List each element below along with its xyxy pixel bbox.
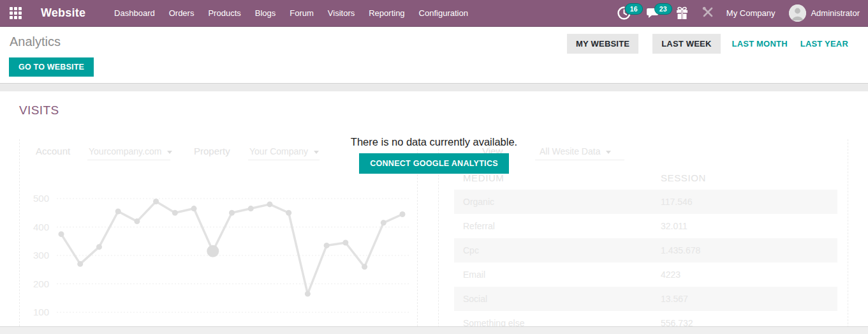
- data-point: [191, 206, 197, 211]
- message-count-badge[interactable]: 23: [654, 3, 672, 15]
- data-point: [134, 218, 140, 224]
- session-cell: 117.546: [661, 197, 693, 207]
- data-point: [400, 211, 406, 217]
- gift-icon[interactable]: [676, 6, 688, 20]
- systray: 16 23: [617, 0, 868, 27]
- empty-state-overlay: There is no data currently available. CO…: [0, 136, 868, 174]
- company-switcher[interactable]: My Company: [726, 8, 776, 18]
- nav-item-configuration[interactable]: Configuration: [412, 0, 475, 27]
- messages-icon[interactable]: 23: [647, 6, 661, 20]
- data-point: [229, 210, 235, 216]
- visits-line-chart: 100200300400500: [20, 184, 418, 326]
- medium-cell: Cpc: [463, 245, 479, 255]
- y-axis-tick-label: 100: [33, 307, 49, 317]
- table-row: Referral 32.011: [454, 214, 837, 238]
- ghost-table-header-medium: MEDIUM: [463, 172, 504, 183]
- last-year-button[interactable]: LAST YEAR: [794, 34, 855, 54]
- data-point: [342, 239, 348, 245]
- y-axis-tick-label: 300: [33, 250, 49, 261]
- table-row: Something else 556.732: [454, 311, 837, 326]
- tools-wrench-icon[interactable]: [702, 6, 714, 20]
- data-point: [96, 244, 102, 250]
- nav-item-dashboard[interactable]: Dashboard: [107, 0, 162, 27]
- medium-cell: Organic: [463, 197, 494, 207]
- data-point: [305, 291, 311, 297]
- table-row: Email 4223: [454, 262, 837, 287]
- user-menu[interactable]: Administrator: [811, 8, 860, 18]
- last-week-button[interactable]: LAST WEEK: [652, 34, 720, 54]
- data-point: [362, 264, 367, 269]
- data-point: [77, 261, 83, 267]
- data-point: [324, 243, 330, 248]
- main-menu: Dashboard Orders Products Blogs Forum Vi…: [107, 0, 475, 27]
- session-cell: 32.011: [661, 221, 688, 231]
- nav-item-reporting[interactable]: Reporting: [362, 0, 411, 27]
- nav-item-orders[interactable]: Orders: [162, 0, 202, 27]
- medium-cell: Social: [463, 294, 487, 304]
- y-axis-tick-label: 400: [33, 222, 49, 232]
- bottom-strip: [0, 326, 868, 334]
- data-point: [381, 220, 386, 225]
- no-data-message: There is no data currently available.: [0, 136, 868, 148]
- data-point: [207, 245, 219, 257]
- connect-google-analytics-button[interactable]: CONNECT GOOGLE ANALYTICS: [359, 153, 509, 174]
- user-avatar[interactable]: [789, 4, 806, 22]
- activities-clock-icon[interactable]: 16: [617, 6, 631, 20]
- ghost-table-body: Organic 117.546 Referral 32.011 Cpc 1.43…: [454, 190, 837, 326]
- last-month-button[interactable]: LAST MONTH: [726, 34, 794, 54]
- my-website-button[interactable]: MY WEBSITE: [567, 34, 638, 54]
- data-point: [172, 210, 178, 216]
- session-cell: 13.567: [661, 294, 688, 304]
- medium-cell: Something else: [463, 318, 525, 326]
- app-brand-title[interactable]: Website: [41, 6, 85, 20]
- wrench-glyph: [702, 6, 714, 18]
- page-title: Analytics: [10, 34, 61, 49]
- medium-cell: Referral: [463, 221, 495, 231]
- nav-item-visitors[interactable]: Visitors: [321, 0, 362, 27]
- analytics-dashboard-page: Website Dashboard Orders Products Blogs …: [0, 0, 868, 334]
- table-row: Organic 117.546: [454, 190, 837, 214]
- y-axis-tick-label: 200: [33, 278, 49, 289]
- apps-grid-glyph: [10, 7, 22, 19]
- header-divider-strip: [0, 83, 868, 91]
- data-point: [59, 231, 64, 237]
- range-controls: MY WEBSITE LAST WEEK LAST MONTH LAST YEA…: [567, 34, 855, 54]
- nav-item-products[interactable]: Products: [201, 0, 247, 27]
- data-point: [286, 210, 291, 216]
- control-panel: Analytics GO TO WEBSITE MY WEBSITE LAST …: [0, 27, 868, 83]
- session-cell: 1.435.678: [661, 245, 700, 255]
- data-point: [115, 209, 121, 215]
- table-row: Social 13.567: [454, 287, 837, 311]
- session-cell: 4223: [661, 269, 680, 280]
- go-to-website-button[interactable]: GO TO WEBSITE: [9, 57, 94, 77]
- apps-grid-icon[interactable]: [3, 0, 28, 27]
- data-point: [153, 199, 159, 204]
- data-point: [248, 206, 254, 211]
- data-point: [267, 201, 272, 207]
- gift-glyph: [676, 6, 688, 20]
- top-navbar: Website Dashboard Orders Products Blogs …: [0, 0, 868, 27]
- session-cell: 556.732: [661, 318, 693, 326]
- y-axis-tick-label: 500: [33, 193, 49, 204]
- avatar-silhouette: [789, 4, 806, 22]
- visits-section: VISITS Account Yourcompany.com Property …: [0, 91, 868, 326]
- medium-cell: Email: [463, 269, 485, 280]
- activity-count-badge[interactable]: 16: [625, 3, 643, 15]
- nav-item-blogs[interactable]: Blogs: [248, 0, 283, 27]
- ghost-table-header-session: SESSION: [661, 172, 706, 183]
- nav-item-forum[interactable]: Forum: [283, 0, 321, 27]
- section-title: VISITS: [19, 103, 59, 118]
- table-row: Cpc 1.435.678: [454, 238, 837, 262]
